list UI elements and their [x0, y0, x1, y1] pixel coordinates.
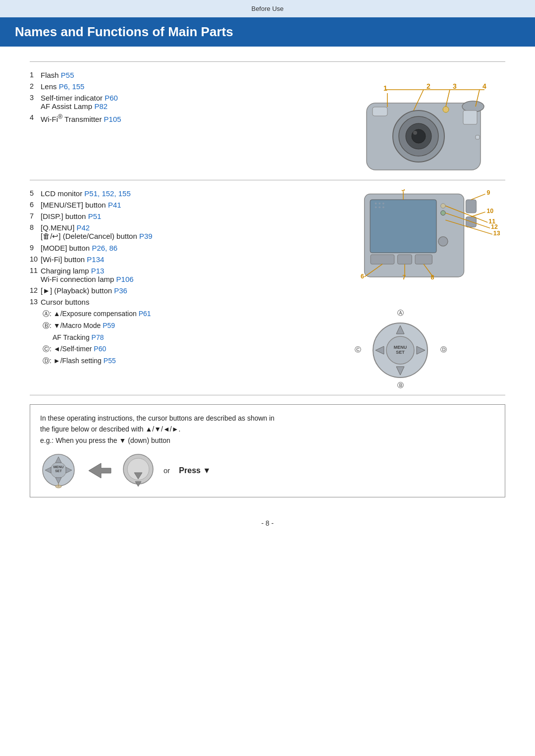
- section-header: Before Use: [0, 0, 535, 17]
- svg-point-30: [375, 203, 377, 205]
- svg-point-24: [441, 204, 446, 209]
- svg-text:Ⓑ: Ⓑ: [397, 381, 404, 389]
- cursor-item-a: Ⓐ: ▲/Exposure compensation P61: [43, 308, 337, 320]
- item-label: LCD monitor P51, 152, 155: [41, 189, 131, 198]
- item-num: 2: [30, 82, 41, 91]
- svg-text:5: 5: [401, 189, 405, 193]
- item-num: 8: [30, 223, 41, 241]
- svg-point-33: [375, 206, 377, 208]
- svg-text:10: 10: [486, 208, 493, 215]
- cursor-item-c: Ⓒ: ◄/Self-timer P60: [43, 343, 337, 355]
- item-num: 6: [30, 201, 41, 209]
- list-item: 1 Flash P55: [30, 71, 337, 79]
- svg-text:13: 13: [493, 230, 500, 237]
- item-label: Flash P55: [41, 71, 74, 79]
- item-label: [DISP.] button P51: [41, 212, 101, 220]
- plain-button-icon: [122, 452, 155, 489]
- item-label: Self-timer indicator P60AF Assist Lamp P…: [41, 94, 118, 110]
- right-diagrams: 5 9 10 11 12 13 6 7: [347, 189, 505, 390]
- camera-top-svg: 1 2 3 4: [347, 76, 505, 175]
- svg-rect-29: [415, 255, 432, 264]
- list-item: 7 [DISP.] button P51: [30, 212, 337, 220]
- item-num: 9: [30, 244, 41, 252]
- item-label: Lens P6, 155: [41, 82, 84, 91]
- list-item: 2 Lens P6, 155: [30, 82, 337, 91]
- item-num: 1: [30, 71, 41, 79]
- item-num: 13: [30, 298, 41, 306]
- list-item: 8 [Q.MENU] P42 [🗑/↩] (Delete/Cancel) but…: [30, 223, 337, 241]
- note-text-1: In these operating instructions, the cur…: [40, 413, 495, 424]
- item-label: [MENU/SET] button P41: [41, 201, 121, 209]
- bottom-divider: [30, 395, 505, 395]
- list-item: 12 [►] (Playback) button P36: [30, 286, 337, 295]
- item-link[interactable]: P60: [105, 94, 118, 102]
- list-item: 11 Charging lamp P13 Wi-Fi connection la…: [30, 267, 337, 283]
- svg-text:3: 3: [453, 82, 457, 90]
- svg-text:SET: SET: [396, 350, 405, 355]
- arrow-icon: [86, 461, 113, 481]
- svg-point-5: [413, 131, 417, 135]
- svg-text:6: 6: [361, 273, 364, 280]
- item-num: 7: [30, 212, 41, 220]
- camera-back-svg: 5 9 10 11 12 13 6 7: [347, 189, 505, 298]
- svg-line-38: [471, 194, 485, 200]
- item-num: 10: [30, 255, 41, 264]
- note-illustration: MENU SET: [40, 452, 495, 489]
- list-item: 10 [Wi-Fi] button P134: [30, 255, 337, 264]
- svg-point-25: [441, 211, 446, 216]
- svg-point-32: [382, 203, 384, 205]
- top-divider: [30, 61, 505, 62]
- list-item: 6 [MENU/SET] button P41: [30, 201, 337, 209]
- item-label: [Q.MENU] P42 [🗑/↩] (Delete/Cancel) butto…: [41, 223, 153, 241]
- svg-point-7: [443, 107, 449, 112]
- svg-text:4: 4: [482, 82, 486, 90]
- svg-text:Ⓐ: Ⓐ: [397, 309, 404, 317]
- page-num-label: - 8 -: [262, 519, 274, 527]
- item-num: 3: [30, 94, 41, 110]
- list-item: 9 [MODE] button P26, 86: [30, 244, 337, 252]
- item-link-2[interactable]: P82: [94, 102, 107, 110]
- svg-text:9: 9: [486, 189, 490, 196]
- item-num: 5: [30, 189, 41, 198]
- list-item: 4 Wi-Fi® Transmitter P105: [30, 113, 337, 123]
- camera-top-diagram: 1 2 3 4: [347, 71, 505, 175]
- item-num: 4: [30, 113, 41, 123]
- item-label: [►] (Playback) button P36: [41, 286, 127, 295]
- item-link[interactable]: P6, 155: [59, 82, 85, 91]
- item-num: 11: [30, 267, 41, 283]
- svg-text:Ⓓ: Ⓓ: [440, 346, 447, 353]
- note-text-2: the figure below or described with ▲/▼/◄…: [40, 424, 495, 434]
- item-label: Cursor buttons: [41, 298, 89, 306]
- svg-rect-6: [373, 107, 387, 116]
- svg-text:2: 2: [427, 82, 430, 90]
- press-label: Press ▼: [179, 464, 211, 477]
- svg-rect-10: [476, 135, 480, 139]
- svg-text:MENU: MENU: [394, 345, 407, 350]
- item-label: [Wi-Fi] button P134: [41, 255, 104, 264]
- svg-rect-22: [466, 200, 476, 213]
- list-item: 3 Self-timer indicator P60AF Assist Lamp…: [30, 94, 337, 110]
- svg-rect-28: [398, 255, 412, 264]
- bottom-parts-list: 5 LCD monitor P51, 152, 155 6 [MENU/SET]…: [30, 189, 337, 390]
- list-item: 5 LCD monitor P51, 152, 155: [30, 189, 337, 198]
- svg-text:MENU: MENU: [54, 465, 64, 469]
- svg-point-34: [378, 206, 380, 208]
- cursor-item-d: Ⓓ: ►/Flash setting P55: [43, 355, 337, 367]
- svg-rect-9: [463, 110, 477, 124]
- section-title-bar: Names and Functions of Main Parts: [0, 17, 535, 47]
- svg-point-31: [378, 203, 380, 205]
- item-label: [MODE] button P26, 86: [41, 244, 117, 252]
- item-label: Charging lamp P13 Wi-Fi connection lamp …: [41, 267, 134, 283]
- item-link[interactable]: P55: [61, 71, 74, 79]
- note-box: In these operating instructions, the cur…: [30, 404, 505, 497]
- svg-rect-27: [371, 255, 394, 264]
- list-item: 13 Cursor buttons: [30, 298, 337, 306]
- note-cursor-icon: MENU SET: [40, 452, 77, 489]
- item-num: 12: [30, 286, 41, 295]
- or-label: or: [163, 465, 170, 477]
- cursor-item-b: Ⓑ: ▼/Macro Mode P59 AF Tracking P78: [43, 320, 337, 344]
- svg-text:1: 1: [383, 84, 387, 92]
- item-link[interactable]: P105: [104, 115, 121, 123]
- svg-marker-76: [89, 463, 111, 478]
- svg-point-35: [382, 206, 384, 208]
